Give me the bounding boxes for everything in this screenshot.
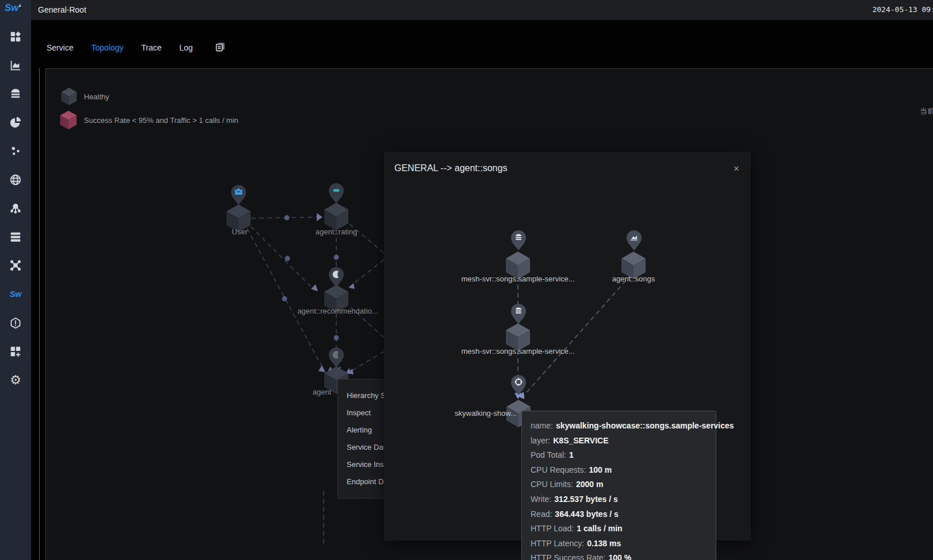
skywalking-app: Swʻ Sw <box>0 0 933 560</box>
tooltip-row-cpu-requests: CPU Requests:100 m <box>531 463 707 478</box>
user-pin-icon <box>230 184 247 206</box>
network-mesh-icon <box>9 259 22 272</box>
timestamp: 2024-05-13 09: <box>872 5 933 14</box>
gear-icon: ⚙ <box>10 374 21 387</box>
sidebar-item-services-list[interactable] <box>0 228 31 245</box>
unhealthy-cube-icon <box>60 110 77 130</box>
database-pin-icon <box>510 230 527 252</box>
server-list-icon <box>9 230 22 243</box>
tooltip-label: layer: <box>531 436 550 445</box>
sidebar-item-pie[interactable] <box>0 114 31 131</box>
modal-edge-lines <box>518 269 631 396</box>
modal-node-mesh-top-pin[interactable] <box>510 230 527 254</box>
sidebar-item-metrics[interactable] <box>0 57 31 74</box>
legend-healthy-label: Healthy <box>84 92 109 101</box>
tooltip-row-layer: layer:K8S_SERVICE <box>531 434 707 449</box>
page-title: General-Root <box>38 5 86 14</box>
sidebar-item-settings[interactable]: ⚙ <box>0 372 31 389</box>
sidebar-item-dashboard[interactable] <box>0 28 31 45</box>
topbar: General-Root 2024-05-13 09: <box>31 0 933 20</box>
k8s-wheel-pin-icon <box>510 374 527 396</box>
tooltip-row-read: Read:364.443 bytes / s <box>531 507 707 522</box>
database-icon <box>9 87 22 100</box>
modal-node-agent-songs-label: agent::songs <box>590 275 677 283</box>
legend-healthy: Healthy <box>61 87 109 106</box>
tooltip-row-http-latency: HTTP Latency:0.138 ms <box>531 536 707 551</box>
node-metrics-tooltip: name:skywalking-showcase::songs.sample-s… <box>521 411 716 560</box>
tooltip-label: HTTP Load: <box>531 524 574 533</box>
tab-service[interactable]: Service <box>47 43 74 52</box>
sidebar-item-marketplace[interactable] <box>0 343 31 360</box>
skywalking-icon: Sw <box>10 289 21 299</box>
tooltip-value: K8S_SERVICE <box>553 436 608 445</box>
tooltip-value: skywalking-showcase::songs.sample-servic… <box>556 421 734 430</box>
tooltip-label: CPU Limits: <box>531 480 573 489</box>
modal-node-mesh-top-label: mesh-svr::songs.sample-service... <box>452 275 584 283</box>
current-time-label: 当前 <box>920 106 933 117</box>
dashboard-icon <box>9 30 22 43</box>
tooltip-value: 1 <box>569 450 574 459</box>
marketplace-grid-icon <box>9 345 22 358</box>
sidebar-item-alarm[interactable] <box>0 315 31 332</box>
modal-title: GENERAL --> agent::songs <box>394 163 507 173</box>
tab-trace[interactable]: Trace <box>141 43 162 52</box>
tooltip-row-http-load: HTTP Load:1 calls / min <box>531 522 707 536</box>
tooltip-value: 100 m <box>589 465 612 474</box>
tooltip-value: 0.138 ms <box>587 539 621 548</box>
node-rating-label: agent::rating <box>296 227 377 236</box>
database-icon <box>516 308 521 314</box>
database-pin-icon <box>510 303 527 325</box>
tooltip-value: 100 % <box>608 553 631 560</box>
tooltip-label: name: <box>531 421 553 430</box>
tooltip-value: 2000 m <box>576 480 603 489</box>
tooltip-label: Pod Total: <box>531 450 566 459</box>
node-user-label: User <box>211 227 268 236</box>
tooltip-label: HTTP Success Rate: <box>531 553 605 560</box>
legend-unhealthy-label: Success Rate < 95% and Traffic > 1 calls… <box>84 116 239 125</box>
bar-chart-icon <box>9 59 22 72</box>
node-rating[interactable] <box>324 202 349 231</box>
sidebar-item-topology[interactable] <box>0 257 31 274</box>
tooltip-value: 364.443 bytes / s <box>555 509 619 519</box>
scatter-dots-icon <box>9 145 22 157</box>
skywalking-logo-text: Sw <box>5 2 19 13</box>
database-icon <box>516 234 521 240</box>
sidebar-item-database[interactable] <box>0 85 31 102</box>
rating-lang-icon <box>333 189 340 192</box>
tooltip-row-name: name:skywalking-showcase::songs.sample-s… <box>531 419 707 434</box>
tooltip-label: CPU Requests: <box>531 465 586 474</box>
tooltip-row-cpu-limits: CPU Limits:2000 m <box>531 477 707 492</box>
globe-icon <box>9 173 22 186</box>
node-recommendation-label: agent::recommendatio... <box>290 307 385 315</box>
sidebar-item-skywalking[interactable]: Sw <box>0 285 31 303</box>
modal-node-agent-songs-pin[interactable] <box>625 230 643 254</box>
service-cube-icon <box>324 202 349 231</box>
tooltip-row-pod-total: Pod Total:1 <box>531 448 707 463</box>
tab-bar: Service Topology Trace Log <box>47 36 226 60</box>
logo-curl: ʻ <box>19 2 22 13</box>
modal-node-k8s-label: skywalking-show... <box>455 409 517 418</box>
modal-node-k8s-pin[interactable] <box>510 374 527 399</box>
sidebar-item-telemetry[interactable] <box>0 199 31 217</box>
pie-chart-icon <box>9 116 22 129</box>
sidebar-item-browser[interactable] <box>0 171 31 188</box>
tooltip-value: 312.537 bytes / s <box>554 495 618 504</box>
legend-unhealthy: Success Rate < 95% and Traffic > 1 calls… <box>60 110 239 130</box>
sidebar-item-sampling[interactable] <box>0 142 31 160</box>
tab-log[interactable]: Log <box>179 43 193 52</box>
modal-node-mesh-mid-label: mesh-svr::songs.sample-service... <box>452 347 584 356</box>
healthy-cube-icon <box>61 87 77 106</box>
panel-divider <box>39 68 40 560</box>
tooltip-row-write: Write:312.537 bytes / s <box>531 492 707 507</box>
tooltip-label: Read: <box>531 509 552 519</box>
probe-robot-icon <box>9 202 22 214</box>
rating-pin-icon <box>328 183 345 204</box>
tooltip-label: HTTP Latency: <box>531 539 584 548</box>
tooltip-value: 1 calls / min <box>577 524 622 533</box>
copy-document-icon[interactable] <box>215 41 226 54</box>
skywalking-logo[interactable]: Swʻ <box>5 2 21 14</box>
chart-pin-icon <box>625 230 643 252</box>
close-icon[interactable]: × <box>734 164 739 173</box>
tab-topology[interactable]: Topology <box>91 43 124 52</box>
sidebar: Swʻ Sw <box>0 0 31 560</box>
